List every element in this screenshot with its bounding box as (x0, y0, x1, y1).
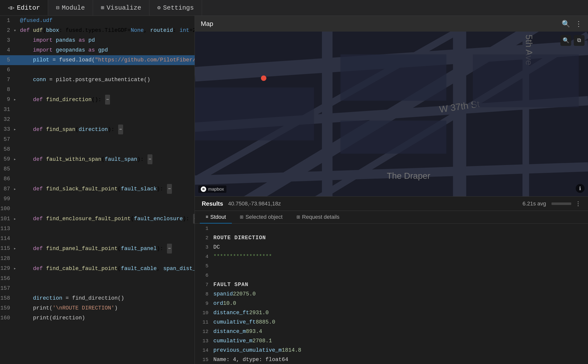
output-line-number: 4 (200, 254, 213, 259)
code-area[interactable]: 1@fused.udf2▾def udf(bbox: fused.types.T… (0, 16, 195, 364)
line-arrow[interactable]: ▸ (14, 184, 19, 194)
mapbox-label: mapbox (208, 187, 224, 192)
code-line: 33▸ def find_span(direction): ⋯ (0, 125, 195, 135)
code-line: 31 (0, 105, 195, 115)
request-details-icon: ⊞ (296, 214, 300, 220)
output-line-number: 7 (200, 282, 213, 288)
code-line: 3 import pandas as pd (0, 36, 195, 45)
svg-rect-15 (340, 121, 446, 154)
timing-bar-visual (551, 202, 571, 205)
output-line: 14previous_cumulative_m1814.8 (195, 346, 588, 355)
output-line-text: distance_ft2931.0 (213, 310, 583, 316)
tab-visualize[interactable]: ⊞ Visualize (93, 0, 149, 16)
results-header-right: 6.21s avg ⋮ (523, 200, 581, 207)
line-code: def find_enclosure_fault_point(fault_enc… (19, 214, 195, 224)
editor-panel: 1@fused.udf2▾def udf(bbox: fused.types.T… (0, 16, 195, 364)
results-tab-selected-object[interactable]: ⊞ Selected object (234, 211, 288, 223)
module-icon: ⊟ (56, 4, 59, 11)
output-line-number: 10 (200, 310, 213, 316)
mapbox-logo: m (201, 186, 206, 192)
output-line-number: 12 (200, 329, 213, 334)
results-tab-selected-label: Selected object (245, 214, 282, 220)
output-line: 7FAULT SPAN (195, 280, 588, 289)
output-line: 11cumulative_ft8885.0 (195, 317, 588, 327)
line-code: pilot = fused.load("https://github.com/P… (19, 55, 195, 65)
output-key: cumulative_ft (213, 319, 256, 325)
code-line: 101▸ def find_enclosure_fault_point(faul… (0, 214, 195, 224)
line-number: 9 (0, 95, 14, 105)
line-number: 4 (0, 45, 14, 55)
line-arrow[interactable]: ▸ (14, 264, 19, 273)
map-search-overlay-btn[interactable]: 🔍 (560, 35, 571, 46)
output-key: ord (213, 300, 223, 307)
output-line-number: 8 (200, 291, 213, 297)
output-line-text: spanid22075.0 (213, 291, 583, 297)
output-key: distance_m (213, 328, 246, 335)
results-tab-request-details[interactable]: ⊞ Request details (291, 211, 346, 223)
results-header-left: Results 40.7508,-73.9841,18z (202, 200, 281, 207)
output-line: 8spanid22075.0 (195, 289, 588, 299)
output-line-text: Name: 4, dtype: float64 (213, 357, 583, 363)
code-line: 7 conn = pilot.postgres_authenticate() (0, 75, 195, 85)
map-area[interactable]: W 37th St 5th Ave The Australian NYC The… (195, 32, 588, 196)
output-line-text: previous_cumulative_m1814.8 (213, 347, 583, 353)
tab-settings[interactable]: ⚙ Settings (149, 0, 202, 16)
line-code: print(direction) (19, 313, 195, 323)
code-line: 159 print('\nROUTE DIRECTION') (0, 303, 195, 313)
tab-editor[interactable]: ◁▷ Editor (0, 0, 48, 16)
output-line: 13cumulative_m2708.1 (195, 336, 588, 346)
output-line: 12distance_m893.4 (195, 327, 588, 336)
results-content[interactable]: 12ROUTE DIRECTION3DC4******************5… (195, 224, 588, 364)
line-arrow[interactable]: ▾ (14, 26, 19, 36)
tab-bar: ◁▷ Editor ⊟ Module ⊞ Visualize ⚙ Setting… (0, 0, 588, 16)
output-line-number: 1 (200, 226, 213, 231)
line-arrow[interactable]: ▸ (14, 125, 19, 134)
results-tab-stdout[interactable]: ≡ Stdout (200, 211, 232, 223)
line-number: 158 (0, 293, 14, 303)
map-layers-btn[interactable]: ⧉ (574, 35, 585, 46)
line-arrow[interactable]: ▸ (14, 95, 19, 105)
map-more-btn[interactable]: ⋮ (575, 20, 582, 28)
line-number: 5 (0, 55, 14, 65)
mapbox-attribution: m mapbox (198, 185, 226, 193)
code-line: 158 direction = find_direction() (0, 293, 195, 303)
line-arrow[interactable]: ▸ (14, 244, 19, 254)
output-key: cumulative_m (213, 338, 252, 344)
output-line-number: 6 (200, 273, 213, 278)
line-number: 8 (0, 85, 14, 95)
output-line-text: cumulative_m2708.1 (213, 338, 583, 344)
output-line-text: DC (213, 244, 583, 250)
line-arrow[interactable]: ▸ (14, 154, 19, 164)
output-value: 2931.0 (249, 310, 269, 316)
tab-module[interactable]: ⊟ Module (48, 0, 93, 16)
output-line: 10distance_ft2931.0 (195, 308, 588, 317)
output-line: 2ROUTE DIRECTION (195, 233, 588, 242)
map-header: Map 🔍 ⋮ (195, 16, 588, 32)
results-tab-stdout-label: Stdout (210, 214, 226, 220)
selected-object-icon: ⊞ (240, 214, 243, 220)
results-coords: 40.7508,-73.9841,18z (228, 200, 281, 207)
output-value: 1814.8 (282, 347, 301, 353)
code-line: 99 (0, 194, 195, 204)
output-line: 4****************** (195, 252, 588, 261)
line-code: def find_cable_fault_point(fault_cable, … (19, 264, 195, 274)
output-key: distance_ft (213, 310, 249, 316)
line-number: 156 (0, 274, 14, 284)
output-line: 1 (195, 224, 588, 233)
tab-visualize-label: Visualize (107, 4, 141, 12)
line-number: 99 (0, 194, 14, 204)
output-value: 893.4 (246, 328, 262, 335)
output-line-number: 13 (200, 338, 213, 344)
map-search-header-btn[interactable]: 🔍 (562, 20, 570, 28)
line-code: def find_panel_fault_point(fault_panel):… (19, 244, 195, 254)
output-line-text: ROUTE DIRECTION (213, 235, 583, 241)
results-menu-btn[interactable]: ⋮ (575, 200, 581, 207)
map-info-btn[interactable]: ℹ (576, 184, 585, 193)
line-number: 160 (0, 313, 14, 323)
editor-icon: ◁▷ (8, 4, 15, 11)
svg-text:The Draper: The Draper (387, 171, 430, 181)
output-value: 10.0 (223, 300, 236, 307)
code-line: 114 (0, 234, 195, 244)
line-code: def fault_within_span(fault_span): ⋯ (19, 154, 195, 164)
line-arrow[interactable]: ▸ (14, 214, 19, 224)
